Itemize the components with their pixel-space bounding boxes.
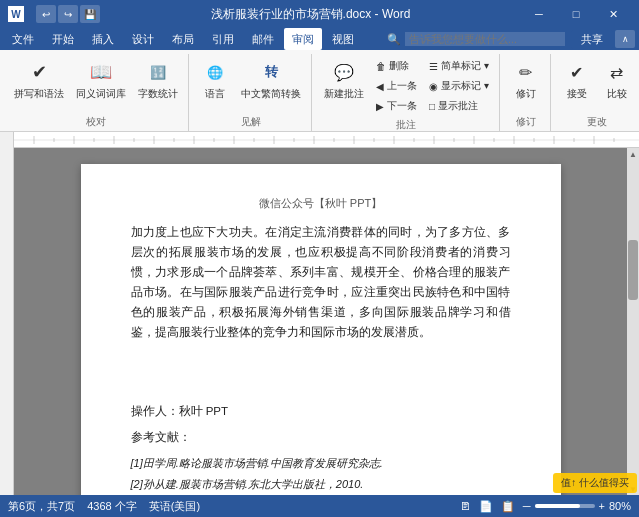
tracking-group-label: 修订	[508, 115, 544, 131]
zoom-slider-fill	[535, 504, 580, 508]
thesaurus-icon: 📖	[87, 58, 115, 86]
save-button[interactable]: 💾	[80, 5, 100, 23]
close-button[interactable]: ✕	[595, 0, 631, 28]
show-markup-button[interactable]: ◉ 显示标记 ▾	[425, 76, 493, 96]
title-bar: W ↩ ↪ 💾 浅析服装行业的市场营销.docx - Word ─ □ ✕	[0, 0, 639, 28]
word-count-status: 4368 个字	[87, 499, 137, 514]
ribbon-group-comments-content: 💬 新建批注 🗑 删除 ◀ 上一条 ▶ 下一条 ☰	[320, 56, 493, 116]
markup-col: ☰ 简单标记 ▾ ◉ 显示标记 ▾ □ 显示批注	[425, 56, 493, 116]
menu-item-references[interactable]: 引用	[204, 28, 242, 50]
watermark-ad: 值↑ 什么值得买	[553, 473, 637, 493]
track-changes-button[interactable]: ✏ 修订	[508, 56, 544, 102]
show-markup-icon: ◉	[429, 81, 438, 92]
layout-icon-1[interactable]: 🖹	[460, 500, 471, 512]
reference-item-1: [1]田学周.略论服装市场营销.中国教育发展研究杂志.	[131, 454, 511, 473]
blank-line-1	[131, 351, 511, 371]
thesaurus-button[interactable]: 📖 同义词词库	[72, 56, 130, 102]
zoom-out-button[interactable]: ─	[523, 500, 531, 512]
quick-access-toolbar: ↩ ↪ 💾	[36, 5, 100, 23]
layout-icon-2[interactable]: 📄	[479, 500, 493, 513]
menu-item-mailings[interactable]: 邮件	[244, 28, 282, 50]
redo-button[interactable]: ↪	[58, 5, 78, 23]
accept-icon: ✔	[563, 58, 591, 86]
status-bar-right: 🖹 📄 📋 ─ + 80%	[460, 500, 631, 513]
share-button[interactable]: 共享	[571, 30, 613, 49]
new-comment-button[interactable]: 💬 新建批注	[320, 56, 368, 102]
blank-line-2	[131, 371, 511, 391]
language-status: 英语(美国)	[149, 499, 200, 514]
word-app-icon: W	[8, 6, 24, 22]
reference-item-2: [2]孙从建.服装市场营销.东北大学出版社，2010.	[131, 475, 511, 494]
status-bar-left: 第6页，共7页 4368 个字 英语(美国)	[8, 499, 200, 514]
compare-button[interactable]: ⇄ 比较	[599, 56, 635, 102]
chinese-convert-button[interactable]: 转 中文繁简转换	[237, 56, 305, 102]
search-icon: 🔍	[387, 33, 401, 46]
ribbon-toggle-button[interactable]: ∧	[615, 30, 635, 48]
chinese-convert-icon: 转	[257, 58, 285, 86]
document-scroll[interactable]: 微信公众号【秋叶 PPT】 加力度上也应下大功夫。在消定主流消费群体的同时，为了…	[14, 148, 627, 495]
status-bar: 第6页，共7页 4368 个字 英语(美国) 🖹 📄 📋 ─ + 80%	[0, 495, 639, 517]
comment-nav-col: 🗑 删除 ◀ 上一条 ▶ 下一条	[372, 56, 421, 116]
language-button[interactable]: 🌐 语言	[197, 56, 233, 102]
ribbon-group-tracking-content: ✏ 修订	[508, 56, 544, 113]
ribbon-group-changes: ✔ 接受 ⇄ 比较 更改	[553, 54, 639, 131]
references-title: 参考文献：	[131, 427, 511, 448]
delete-icon: 🗑	[376, 61, 386, 72]
language-icon: 🌐	[201, 58, 229, 86]
layout-icon-3[interactable]: 📋	[501, 500, 515, 513]
ribbon-group-insights-content: 🌐 语言 转 中文繁简转换	[197, 56, 305, 113]
next-icon: ▶	[376, 101, 384, 112]
spelling-icon: ✔	[25, 58, 53, 86]
menu-item-file[interactable]: 文件	[4, 28, 42, 50]
menu-item-home[interactable]: 开始	[44, 28, 82, 50]
compare-icon: ⇄	[603, 58, 631, 86]
word-count-icon: 🔢	[144, 58, 172, 86]
menu-item-review[interactable]: 审阅	[284, 28, 322, 50]
insights-group-label: 见解	[197, 115, 305, 131]
maximize-button[interactable]: □	[558, 0, 594, 28]
vertical-scrollbar[interactable]: ▲ ▼	[627, 148, 639, 495]
ribbon-group-proofreading-content: ✔ 拼写和语法 📖 同义词词库 🔢 字数统计	[10, 56, 182, 113]
ribbon-group-comments: 💬 新建批注 🗑 删除 ◀ 上一条 ▶ 下一条 ☰	[314, 54, 500, 131]
ruler-body	[14, 132, 639, 147]
ribbon-search-input[interactable]	[405, 32, 565, 46]
new-comment-icon: 💬	[330, 58, 358, 86]
spelling-grammar-button[interactable]: ✔ 拼写和语法	[10, 56, 68, 102]
zoom-percent: 80%	[609, 500, 631, 512]
word-count-button[interactable]: 🔢 字数统计	[134, 56, 182, 102]
prev-comment-button[interactable]: ◀ 上一条	[372, 76, 421, 96]
menu-item-view[interactable]: 视图	[324, 28, 362, 50]
zoom-in-button[interactable]: +	[599, 500, 605, 512]
document-page: 微信公众号【秋叶 PPT】 加力度上也应下大功夫。在消定主流消费群体的同时，为了…	[81, 164, 561, 495]
zoom-slider[interactable]	[535, 504, 595, 508]
undo-button[interactable]: ↩	[36, 5, 56, 23]
page-info: 第6页，共7页	[8, 499, 75, 514]
changes-group-label: 更改	[559, 115, 635, 131]
window-controls: ─ □ ✕	[521, 0, 631, 28]
document-title: 浅析服装行业的市场营销.docx - Word	[100, 6, 521, 23]
document-area: 微信公众号【秋叶 PPT】 加力度上也应下大功夫。在消定主流消费群体的同时，为了…	[0, 148, 639, 495]
menu-item-insert[interactable]: 插入	[84, 28, 122, 50]
show-comments-icon: □	[429, 101, 435, 112]
document-watermark: 微信公众号【秋叶 PPT】	[131, 194, 511, 214]
title-bar-left: W ↩ ↪ 💾	[8, 5, 100, 23]
accept-button[interactable]: ✔ 接受	[559, 56, 595, 102]
show-comments-button[interactable]: □ 显示批注	[425, 96, 493, 116]
document-paragraph-1: 加力度上也应下大功夫。在消定主流消费群体的同时，为了多方位、多层次的拓展服装市场…	[131, 222, 511, 343]
proofreading-group-label: 校对	[10, 115, 182, 131]
ribbon: ✔ 拼写和语法 📖 同义词词库 🔢 字数统计 校对 🌐 语言 转 中文繁简转换	[0, 50, 639, 132]
menu-bar: 文件 开始 插入 设计 布局 引用 邮件 审阅 视图 🔍 共享 ∧	[0, 28, 639, 50]
ribbon-group-tracking: ✏ 修订 修订	[502, 54, 551, 131]
menu-item-layout[interactable]: 布局	[164, 28, 202, 50]
scrollbar-thumb[interactable]	[628, 240, 638, 300]
next-comment-button[interactable]: ▶ 下一条	[372, 96, 421, 116]
left-ruler	[0, 148, 14, 495]
ribbon-group-proofreading: ✔ 拼写和语法 📖 同义词词库 🔢 字数统计 校对	[4, 54, 189, 131]
menu-item-design[interactable]: 设计	[124, 28, 162, 50]
delete-comment-button[interactable]: 🗑 删除	[372, 56, 421, 76]
simple-markup-button[interactable]: ☰ 简单标记 ▾	[425, 56, 493, 76]
ruler-corner	[0, 132, 14, 148]
simple-markup-icon: ☰	[429, 61, 438, 72]
ruler	[0, 132, 639, 148]
minimize-button[interactable]: ─	[521, 0, 557, 28]
